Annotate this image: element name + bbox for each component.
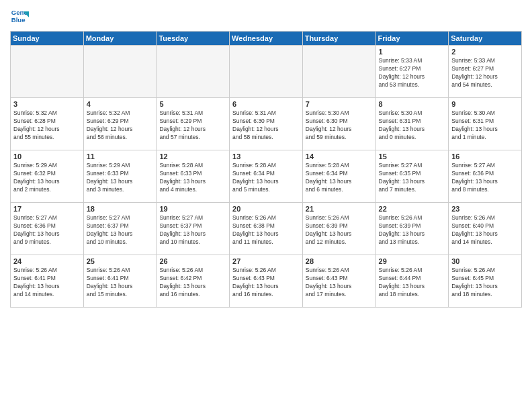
day-cell: 30Sunrise: 5:26 AM Sunset: 6:45 PM Dayli…	[449, 255, 522, 308]
page-container: General Blue SundayMondayTuesdayWednesda…	[0, 0, 532, 411]
day-info: Sunrise: 5:26 AM Sunset: 6:44 PM Dayligh…	[379, 267, 446, 299]
day-cell: 11Sunrise: 5:29 AM Sunset: 6:33 PM Dayli…	[83, 150, 157, 203]
day-number: 4	[87, 100, 154, 108]
day-cell: 23Sunrise: 5:26 AM Sunset: 6:40 PM Dayli…	[449, 203, 522, 255]
weekday-header-wednesday: Wednesday	[230, 32, 303, 46]
day-info: Sunrise: 5:32 AM Sunset: 6:28 PM Dayligh…	[13, 109, 81, 142]
day-number: 23	[451, 205, 519, 213]
day-info: Sunrise: 5:32 AM Sunset: 6:29 PM Dayligh…	[87, 109, 154, 142]
day-number: 6	[232, 100, 300, 108]
weekday-header-row: SundayMondayTuesdayWednesdayThursdayFrid…	[11, 32, 522, 46]
day-info: Sunrise: 5:26 AM Sunset: 6:45 PM Dayligh…	[451, 267, 519, 299]
day-info: Sunrise: 5:26 AM Sunset: 6:43 PM Dayligh…	[306, 267, 373, 299]
day-number: 22	[379, 205, 446, 213]
day-number: 2	[451, 48, 519, 56]
day-number: 12	[159, 152, 226, 161]
weekday-header-thursday: Thursday	[302, 32, 375, 46]
day-number: 18	[87, 205, 154, 213]
day-cell: 7Sunrise: 5:30 AM Sunset: 6:30 PM Daylig…	[302, 98, 375, 150]
day-number: 13	[232, 152, 300, 161]
weekday-header-sunday: Sunday	[11, 32, 84, 46]
week-row-1: 1Sunrise: 5:33 AM Sunset: 6:27 PM Daylig…	[11, 46, 522, 98]
day-number: 14	[306, 152, 373, 161]
week-row-5: 24Sunrise: 5:26 AM Sunset: 6:41 PM Dayli…	[11, 255, 522, 308]
day-info: Sunrise: 5:33 AM Sunset: 6:27 PM Dayligh…	[451, 57, 519, 89]
day-cell: 1Sunrise: 5:33 AM Sunset: 6:27 PM Daylig…	[375, 46, 449, 98]
day-number: 26	[159, 257, 226, 265]
day-number: 15	[379, 152, 446, 161]
logo-icon: General Blue	[10, 7, 29, 26]
day-number: 7	[306, 100, 373, 108]
day-info: Sunrise: 5:26 AM Sunset: 6:43 PM Dayligh…	[232, 267, 300, 299]
logo: General Blue	[10, 7, 32, 26]
day-number: 25	[87, 257, 154, 265]
day-info: Sunrise: 5:26 AM Sunset: 6:42 PM Dayligh…	[159, 267, 226, 299]
day-info: Sunrise: 5:26 AM Sunset: 6:41 PM Dayligh…	[13, 267, 81, 299]
day-info: Sunrise: 5:26 AM Sunset: 6:39 PM Dayligh…	[379, 214, 446, 246]
day-cell: 5Sunrise: 5:31 AM Sunset: 6:29 PM Daylig…	[157, 98, 230, 150]
day-cell: 4Sunrise: 5:32 AM Sunset: 6:29 PM Daylig…	[83, 98, 157, 150]
day-info: Sunrise: 5:27 AM Sunset: 6:37 PM Dayligh…	[159, 214, 226, 246]
day-info: Sunrise: 5:30 AM Sunset: 6:30 PM Dayligh…	[306, 109, 373, 142]
day-number: 11	[87, 152, 154, 161]
day-number: 28	[306, 257, 373, 265]
day-info: Sunrise: 5:26 AM Sunset: 6:38 PM Dayligh…	[232, 214, 300, 246]
day-cell: 6Sunrise: 5:31 AM Sunset: 6:30 PM Daylig…	[230, 98, 303, 150]
week-row-4: 17Sunrise: 5:27 AM Sunset: 6:36 PM Dayli…	[11, 203, 522, 255]
day-info: Sunrise: 5:29 AM Sunset: 6:33 PM Dayligh…	[87, 162, 154, 194]
day-number: 21	[306, 205, 373, 213]
day-cell: 27Sunrise: 5:26 AM Sunset: 6:43 PM Dayli…	[230, 255, 303, 308]
day-cell	[302, 46, 375, 98]
day-number: 3	[13, 100, 81, 108]
day-cell: 19Sunrise: 5:27 AM Sunset: 6:37 PM Dayli…	[157, 203, 230, 255]
day-cell: 28Sunrise: 5:26 AM Sunset: 6:43 PM Dayli…	[302, 255, 375, 308]
day-cell: 21Sunrise: 5:26 AM Sunset: 6:39 PM Dayli…	[302, 203, 375, 255]
weekday-header-monday: Monday	[83, 32, 157, 46]
day-cell: 14Sunrise: 5:28 AM Sunset: 6:34 PM Dayli…	[302, 150, 375, 203]
day-number: 10	[13, 152, 81, 161]
day-number: 17	[13, 205, 81, 213]
day-info: Sunrise: 5:26 AM Sunset: 6:39 PM Dayligh…	[306, 214, 373, 246]
day-info: Sunrise: 5:28 AM Sunset: 6:33 PM Dayligh…	[159, 162, 226, 194]
day-number: 9	[451, 100, 519, 108]
day-cell: 18Sunrise: 5:27 AM Sunset: 6:37 PM Dayli…	[83, 203, 157, 255]
day-number: 5	[159, 100, 226, 108]
day-number: 29	[379, 257, 446, 265]
day-info: Sunrise: 5:27 AM Sunset: 6:35 PM Dayligh…	[379, 162, 446, 194]
week-row-3: 10Sunrise: 5:29 AM Sunset: 6:32 PM Dayli…	[11, 150, 522, 203]
day-number: 24	[13, 257, 81, 265]
day-info: Sunrise: 5:31 AM Sunset: 6:29 PM Dayligh…	[159, 109, 226, 142]
header: General Blue	[10, 7, 522, 26]
day-cell: 13Sunrise: 5:28 AM Sunset: 6:34 PM Dayli…	[230, 150, 303, 203]
day-cell: 24Sunrise: 5:26 AM Sunset: 6:41 PM Dayli…	[11, 255, 84, 308]
day-info: Sunrise: 5:30 AM Sunset: 6:31 PM Dayligh…	[451, 109, 519, 142]
day-number: 1	[379, 48, 446, 56]
day-cell	[83, 46, 157, 98]
day-number: 27	[232, 257, 300, 265]
day-cell: 2Sunrise: 5:33 AM Sunset: 6:27 PM Daylig…	[449, 46, 522, 98]
day-info: Sunrise: 5:26 AM Sunset: 6:40 PM Dayligh…	[451, 214, 519, 246]
day-info: Sunrise: 5:28 AM Sunset: 6:34 PM Dayligh…	[232, 162, 300, 194]
day-cell: 9Sunrise: 5:30 AM Sunset: 6:31 PM Daylig…	[449, 98, 522, 150]
day-info: Sunrise: 5:30 AM Sunset: 6:31 PM Dayligh…	[379, 109, 446, 142]
day-info: Sunrise: 5:28 AM Sunset: 6:34 PM Dayligh…	[306, 162, 373, 194]
day-cell: 3Sunrise: 5:32 AM Sunset: 6:28 PM Daylig…	[11, 98, 84, 150]
day-cell: 20Sunrise: 5:26 AM Sunset: 6:38 PM Dayli…	[230, 203, 303, 255]
day-info: Sunrise: 5:27 AM Sunset: 6:37 PM Dayligh…	[87, 214, 154, 246]
calendar-table: SundayMondayTuesdayWednesdayThursdayFrid…	[10, 31, 522, 308]
day-cell: 25Sunrise: 5:26 AM Sunset: 6:41 PM Dayli…	[83, 255, 157, 308]
day-info: Sunrise: 5:27 AM Sunset: 6:36 PM Dayligh…	[451, 162, 519, 194]
day-cell: 8Sunrise: 5:30 AM Sunset: 6:31 PM Daylig…	[375, 98, 449, 150]
day-cell: 12Sunrise: 5:28 AM Sunset: 6:33 PM Dayli…	[157, 150, 230, 203]
day-cell: 10Sunrise: 5:29 AM Sunset: 6:32 PM Dayli…	[11, 150, 84, 203]
day-cell: 29Sunrise: 5:26 AM Sunset: 6:44 PM Dayli…	[375, 255, 449, 308]
day-number: 16	[451, 152, 519, 161]
weekday-header-saturday: Saturday	[449, 32, 522, 46]
day-info: Sunrise: 5:33 AM Sunset: 6:27 PM Dayligh…	[379, 57, 446, 89]
weekday-header-friday: Friday	[375, 32, 449, 46]
day-cell: 26Sunrise: 5:26 AM Sunset: 6:42 PM Dayli…	[157, 255, 230, 308]
day-number: 20	[232, 205, 300, 213]
day-cell: 22Sunrise: 5:26 AM Sunset: 6:39 PM Dayli…	[375, 203, 449, 255]
day-info: Sunrise: 5:31 AM Sunset: 6:30 PM Dayligh…	[232, 109, 300, 142]
day-number: 8	[379, 100, 446, 108]
